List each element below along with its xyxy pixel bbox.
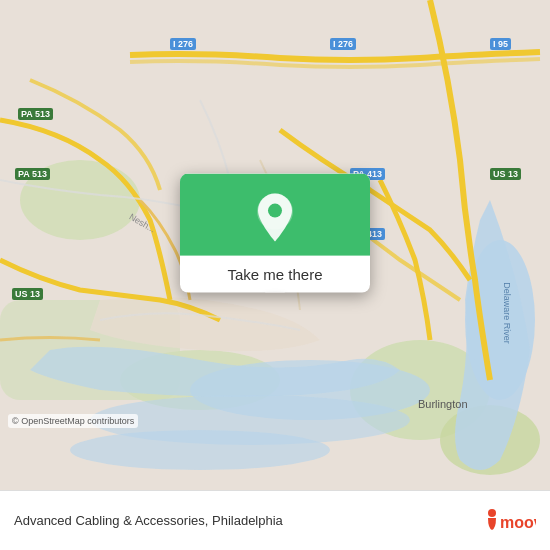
map-container: I 276 I 276 I 95 PA 513 PA 513 PA 413 PA… [0,0,550,490]
river-label: Delaware River [502,282,512,344]
route-pa513-top: PA 513 [18,108,53,120]
svg-point-11 [268,204,282,218]
take-me-there-button[interactable]: Take me there [180,256,370,293]
route-us13-left: US 13 [12,288,43,300]
svg-point-12 [488,509,496,517]
route-pa513-mid: PA 513 [15,168,50,180]
route-i276-right: I 276 [330,38,356,50]
burlington-label: Burlington [418,398,468,410]
moovit-logo: moovit [484,506,536,536]
route-i276-top: I 276 [170,38,196,50]
svg-text:moovit: moovit [500,514,536,531]
location-pin-icon [254,192,296,244]
bottom-bar: Advanced Cabling & Accessories, Philadel… [0,490,550,550]
place-name: Advanced Cabling & Accessories, Philadel… [14,513,283,528]
popup-card: Take me there [180,174,370,293]
popup-top-section [180,174,370,256]
moovit-logo-svg: moovit [484,506,536,536]
route-us13-right: US 13 [490,168,521,180]
route-i95: I 95 [490,38,511,50]
svg-point-9 [70,430,330,470]
osm-attribution: © OpenStreetMap contributors [8,414,138,428]
